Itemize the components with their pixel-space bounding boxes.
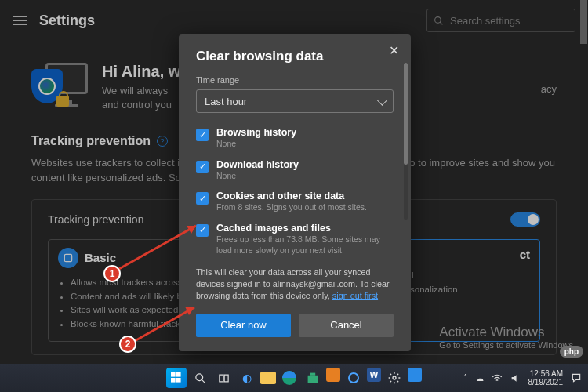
svg-rect-7 [171, 372, 176, 377]
volume-icon[interactable] [510, 373, 521, 383]
check-cookies[interactable]: ✓ Cookies and other site dataFrom 8 site… [196, 186, 394, 218]
check-cached[interactable]: ✓ Cached images and filesFrees up less t… [196, 218, 394, 260]
checkbox-icon[interactable]: ✓ [196, 224, 209, 237]
checkbox-icon[interactable]: ✓ [196, 161, 209, 173]
store-icon[interactable] [303, 368, 323, 388]
svg-rect-13 [219, 375, 223, 382]
svg-rect-18 [310, 373, 315, 376]
svg-line-12 [201, 379, 205, 383]
dialog-title: Clear browsing data [196, 49, 394, 64]
close-icon[interactable]: ✕ [383, 39, 405, 61]
svg-rect-10 [176, 378, 181, 383]
dialog-note: This will clear your data across all you… [196, 267, 394, 302]
annotation-1: 1 [103, 265, 121, 282]
taskview-icon[interactable] [213, 368, 234, 388]
check-download-history[interactable]: ✓ Download historyNone [196, 154, 394, 187]
settings-taskbar-icon[interactable] [384, 368, 405, 388]
dialog-scrollbar[interactable] [404, 63, 408, 220]
svg-point-11 [195, 373, 202, 380]
app-orange-icon[interactable] [326, 368, 340, 382]
time-range-select[interactable]: Last hour [196, 89, 394, 113]
search-taskbar-icon[interactable] [190, 368, 210, 388]
svg-rect-9 [171, 378, 176, 383]
check-browsing-history[interactable]: ✓ Browsing historyNone [196, 122, 394, 154]
start-icon[interactable] [166, 368, 187, 388]
taskbar[interactable]: ◐ W ˄ ☁ 12:56 AM 8/19/2021 [0, 364, 588, 392]
vscode-icon[interactable] [408, 368, 422, 382]
checkbox-icon[interactable]: ✓ [196, 129, 209, 141]
explorer-icon[interactable] [260, 372, 276, 384]
svg-rect-17 [308, 376, 318, 383]
annotation-2: 2 [119, 336, 136, 353]
activate-windows-watermark: Activate Windows Go to Settings to activ… [439, 325, 575, 350]
time-range-value: Last hour [205, 96, 247, 107]
chevron-down-icon [376, 95, 387, 106]
notifications-icon[interactable] [571, 372, 582, 383]
clear-now-button[interactable]: Clear now [196, 314, 291, 337]
cancel-button[interactable]: Cancel [299, 314, 394, 337]
svg-point-19 [349, 373, 358, 383]
svg-rect-8 [176, 372, 181, 377]
edge-icon[interactable] [279, 368, 299, 388]
checkbox-icon[interactable]: ✓ [196, 192, 209, 205]
svg-point-20 [393, 376, 396, 379]
clock[interactable]: 12:56 AM 8/19/2021 [528, 369, 564, 387]
onedrive-icon[interactable]: ☁ [476, 374, 484, 383]
tray-chevron-icon[interactable]: ˄ [463, 373, 468, 383]
cortana-icon[interactable] [343, 368, 364, 388]
php-badge: php [560, 346, 583, 358]
widgets-icon[interactable]: ◐ [237, 368, 257, 388]
clear-browsing-dialog: ✕ Clear browsing data Time range Last ho… [179, 34, 411, 351]
svg-marker-21 [511, 375, 516, 382]
svg-rect-14 [224, 375, 228, 382]
word-icon[interactable]: W [367, 368, 381, 382]
sign-out-link[interactable]: sign out first [332, 291, 378, 300]
time-range-label: Time range [196, 75, 394, 85]
wifi-icon[interactable] [492, 373, 503, 383]
